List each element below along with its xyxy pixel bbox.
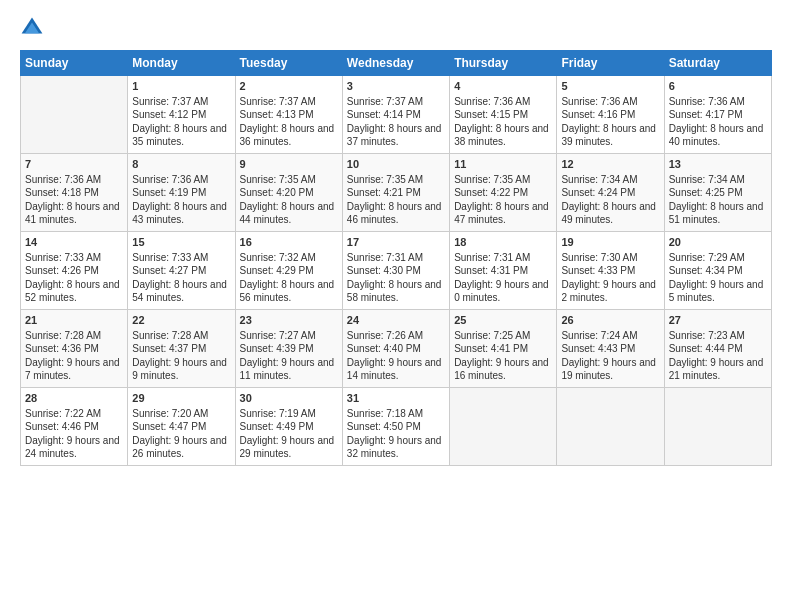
day-content: Sunrise: 7:26 AMSunset: 4:40 PMDaylight:… bbox=[347, 330, 442, 382]
day-number: 5 bbox=[561, 79, 659, 94]
day-content: Sunrise: 7:34 AMSunset: 4:24 PMDaylight:… bbox=[561, 174, 656, 226]
day-content: Sunrise: 7:35 AMSunset: 4:20 PMDaylight:… bbox=[240, 174, 335, 226]
calendar-header-saturday: Saturday bbox=[664, 51, 771, 76]
calendar-cell: 11Sunrise: 7:35 AMSunset: 4:22 PMDayligh… bbox=[450, 154, 557, 232]
calendar-cell: 1Sunrise: 7:37 AMSunset: 4:12 PMDaylight… bbox=[128, 76, 235, 154]
day-content: Sunrise: 7:36 AMSunset: 4:16 PMDaylight:… bbox=[561, 96, 656, 148]
day-content: Sunrise: 7:35 AMSunset: 4:21 PMDaylight:… bbox=[347, 174, 442, 226]
day-number: 10 bbox=[347, 157, 445, 172]
calendar-cell: 9Sunrise: 7:35 AMSunset: 4:20 PMDaylight… bbox=[235, 154, 342, 232]
day-number: 19 bbox=[561, 235, 659, 250]
day-content: Sunrise: 7:20 AMSunset: 4:47 PMDaylight:… bbox=[132, 408, 227, 460]
day-content: Sunrise: 7:19 AMSunset: 4:49 PMDaylight:… bbox=[240, 408, 335, 460]
day-number: 25 bbox=[454, 313, 552, 328]
calendar-cell: 14Sunrise: 7:33 AMSunset: 4:26 PMDayligh… bbox=[21, 232, 128, 310]
calendar-cell: 20Sunrise: 7:29 AMSunset: 4:34 PMDayligh… bbox=[664, 232, 771, 310]
calendar-cell: 7Sunrise: 7:36 AMSunset: 4:18 PMDaylight… bbox=[21, 154, 128, 232]
calendar-cell bbox=[557, 388, 664, 466]
day-content: Sunrise: 7:36 AMSunset: 4:19 PMDaylight:… bbox=[132, 174, 227, 226]
day-number: 12 bbox=[561, 157, 659, 172]
calendar-cell: 27Sunrise: 7:23 AMSunset: 4:44 PMDayligh… bbox=[664, 310, 771, 388]
day-content: Sunrise: 7:31 AMSunset: 4:30 PMDaylight:… bbox=[347, 252, 442, 304]
calendar-cell: 2Sunrise: 7:37 AMSunset: 4:13 PMDaylight… bbox=[235, 76, 342, 154]
calendar-cell: 23Sunrise: 7:27 AMSunset: 4:39 PMDayligh… bbox=[235, 310, 342, 388]
day-content: Sunrise: 7:25 AMSunset: 4:41 PMDaylight:… bbox=[454, 330, 549, 382]
calendar-cell: 19Sunrise: 7:30 AMSunset: 4:33 PMDayligh… bbox=[557, 232, 664, 310]
calendar-header-wednesday: Wednesday bbox=[342, 51, 449, 76]
day-number: 13 bbox=[669, 157, 767, 172]
day-number: 18 bbox=[454, 235, 552, 250]
calendar-cell: 16Sunrise: 7:32 AMSunset: 4:29 PMDayligh… bbox=[235, 232, 342, 310]
day-number: 4 bbox=[454, 79, 552, 94]
day-number: 30 bbox=[240, 391, 338, 406]
day-content: Sunrise: 7:33 AMSunset: 4:26 PMDaylight:… bbox=[25, 252, 120, 304]
calendar-cell: 31Sunrise: 7:18 AMSunset: 4:50 PMDayligh… bbox=[342, 388, 449, 466]
page: SundayMondayTuesdayWednesdayThursdayFrid… bbox=[0, 0, 792, 612]
day-number: 20 bbox=[669, 235, 767, 250]
calendar-cell: 18Sunrise: 7:31 AMSunset: 4:31 PMDayligh… bbox=[450, 232, 557, 310]
day-number: 26 bbox=[561, 313, 659, 328]
day-number: 1 bbox=[132, 79, 230, 94]
day-number: 16 bbox=[240, 235, 338, 250]
day-number: 15 bbox=[132, 235, 230, 250]
day-content: Sunrise: 7:18 AMSunset: 4:50 PMDaylight:… bbox=[347, 408, 442, 460]
day-content: Sunrise: 7:33 AMSunset: 4:27 PMDaylight:… bbox=[132, 252, 227, 304]
calendar-cell bbox=[21, 76, 128, 154]
calendar-cell: 10Sunrise: 7:35 AMSunset: 4:21 PMDayligh… bbox=[342, 154, 449, 232]
day-number: 2 bbox=[240, 79, 338, 94]
day-content: Sunrise: 7:28 AMSunset: 4:37 PMDaylight:… bbox=[132, 330, 227, 382]
calendar-cell: 12Sunrise: 7:34 AMSunset: 4:24 PMDayligh… bbox=[557, 154, 664, 232]
day-content: Sunrise: 7:35 AMSunset: 4:22 PMDaylight:… bbox=[454, 174, 549, 226]
calendar-cell: 30Sunrise: 7:19 AMSunset: 4:49 PMDayligh… bbox=[235, 388, 342, 466]
day-content: Sunrise: 7:31 AMSunset: 4:31 PMDaylight:… bbox=[454, 252, 549, 304]
day-number: 22 bbox=[132, 313, 230, 328]
calendar-week-4: 21Sunrise: 7:28 AMSunset: 4:36 PMDayligh… bbox=[21, 310, 772, 388]
day-number: 8 bbox=[132, 157, 230, 172]
day-number: 3 bbox=[347, 79, 445, 94]
day-content: Sunrise: 7:22 AMSunset: 4:46 PMDaylight:… bbox=[25, 408, 120, 460]
calendar-week-5: 28Sunrise: 7:22 AMSunset: 4:46 PMDayligh… bbox=[21, 388, 772, 466]
day-number: 23 bbox=[240, 313, 338, 328]
day-number: 27 bbox=[669, 313, 767, 328]
day-content: Sunrise: 7:29 AMSunset: 4:34 PMDaylight:… bbox=[669, 252, 764, 304]
day-number: 31 bbox=[347, 391, 445, 406]
header bbox=[20, 16, 772, 40]
calendar-week-3: 14Sunrise: 7:33 AMSunset: 4:26 PMDayligh… bbox=[21, 232, 772, 310]
day-number: 14 bbox=[25, 235, 123, 250]
day-number: 9 bbox=[240, 157, 338, 172]
day-content: Sunrise: 7:30 AMSunset: 4:33 PMDaylight:… bbox=[561, 252, 656, 304]
day-number: 11 bbox=[454, 157, 552, 172]
day-number: 24 bbox=[347, 313, 445, 328]
calendar-header-monday: Monday bbox=[128, 51, 235, 76]
calendar-cell: 29Sunrise: 7:20 AMSunset: 4:47 PMDayligh… bbox=[128, 388, 235, 466]
day-number: 6 bbox=[669, 79, 767, 94]
calendar-cell: 13Sunrise: 7:34 AMSunset: 4:25 PMDayligh… bbox=[664, 154, 771, 232]
calendar-cell bbox=[450, 388, 557, 466]
day-content: Sunrise: 7:34 AMSunset: 4:25 PMDaylight:… bbox=[669, 174, 764, 226]
calendar-week-2: 7Sunrise: 7:36 AMSunset: 4:18 PMDaylight… bbox=[21, 154, 772, 232]
calendar-cell: 3Sunrise: 7:37 AMSunset: 4:14 PMDaylight… bbox=[342, 76, 449, 154]
day-content: Sunrise: 7:36 AMSunset: 4:18 PMDaylight:… bbox=[25, 174, 120, 226]
calendar-header-sunday: Sunday bbox=[21, 51, 128, 76]
day-content: Sunrise: 7:36 AMSunset: 4:17 PMDaylight:… bbox=[669, 96, 764, 148]
day-content: Sunrise: 7:37 AMSunset: 4:12 PMDaylight:… bbox=[132, 96, 227, 148]
day-number: 21 bbox=[25, 313, 123, 328]
calendar-cell: 6Sunrise: 7:36 AMSunset: 4:17 PMDaylight… bbox=[664, 76, 771, 154]
calendar-cell: 8Sunrise: 7:36 AMSunset: 4:19 PMDaylight… bbox=[128, 154, 235, 232]
calendar-cell: 24Sunrise: 7:26 AMSunset: 4:40 PMDayligh… bbox=[342, 310, 449, 388]
day-content: Sunrise: 7:27 AMSunset: 4:39 PMDaylight:… bbox=[240, 330, 335, 382]
day-content: Sunrise: 7:32 AMSunset: 4:29 PMDaylight:… bbox=[240, 252, 335, 304]
calendar-cell: 26Sunrise: 7:24 AMSunset: 4:43 PMDayligh… bbox=[557, 310, 664, 388]
calendar-cell bbox=[664, 388, 771, 466]
calendar-cell: 5Sunrise: 7:36 AMSunset: 4:16 PMDaylight… bbox=[557, 76, 664, 154]
calendar-header-tuesday: Tuesday bbox=[235, 51, 342, 76]
day-number: 7 bbox=[25, 157, 123, 172]
calendar-cell: 15Sunrise: 7:33 AMSunset: 4:27 PMDayligh… bbox=[128, 232, 235, 310]
calendar-cell: 25Sunrise: 7:25 AMSunset: 4:41 PMDayligh… bbox=[450, 310, 557, 388]
day-number: 29 bbox=[132, 391, 230, 406]
logo-icon bbox=[20, 16, 44, 40]
calendar-week-1: 1Sunrise: 7:37 AMSunset: 4:12 PMDaylight… bbox=[21, 76, 772, 154]
day-content: Sunrise: 7:23 AMSunset: 4:44 PMDaylight:… bbox=[669, 330, 764, 382]
day-number: 28 bbox=[25, 391, 123, 406]
day-content: Sunrise: 7:28 AMSunset: 4:36 PMDaylight:… bbox=[25, 330, 120, 382]
